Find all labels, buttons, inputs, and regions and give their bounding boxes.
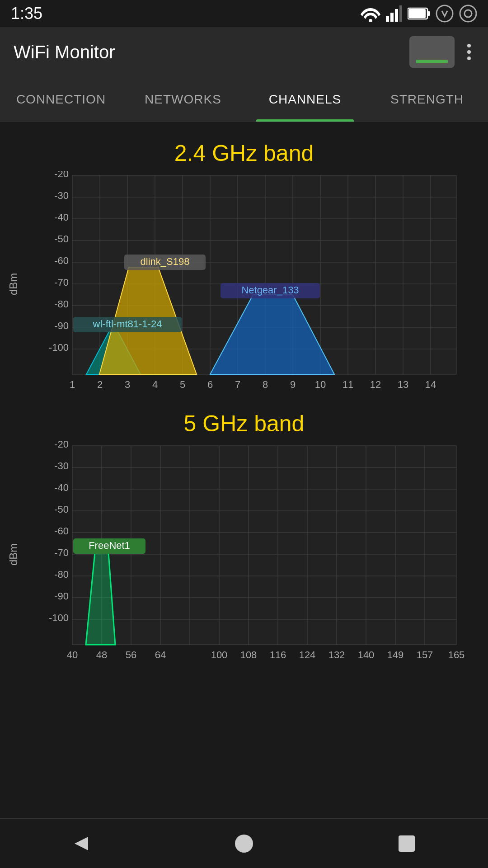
svg-text:140: 140 [358, 649, 375, 660]
svg-text:2: 2 [97, 379, 103, 390]
app-bar-actions [409, 36, 474, 68]
back-button[interactable] [63, 826, 99, 862]
tab-connection[interactable]: CONNECTION [0, 77, 122, 122]
svg-point-0 [369, 19, 372, 22]
svg-point-9 [460, 5, 476, 22]
svg-text:-70: -70 [54, 277, 69, 288]
svg-text:-50: -50 [54, 233, 69, 245]
recent-icon [397, 834, 417, 854]
screen-button[interactable] [409, 36, 455, 68]
svg-text:4: 4 [152, 379, 158, 390]
app-title: WiFi Monitor [14, 42, 115, 62]
tab-bar: CONNECTION NETWORKS CHANNELS STRENGTH [0, 77, 488, 122]
svg-text:56: 56 [126, 649, 136, 660]
svg-text:-60: -60 [54, 255, 69, 266]
svg-rect-109 [399, 835, 415, 852]
svg-text:-40: -40 [54, 212, 69, 223]
status-time: 1:35 [11, 4, 42, 23]
svg-rect-4 [399, 5, 402, 22]
svg-text:5: 5 [180, 379, 185, 390]
svg-text:-50: -50 [54, 504, 69, 515]
svg-text:12: 12 [370, 379, 381, 390]
svg-text:6: 6 [207, 379, 213, 390]
svg-rect-2 [390, 13, 394, 22]
band-5-section: 5 GHz band dBm [5, 410, 483, 667]
svg-text:10: 10 [315, 379, 326, 390]
svg-rect-1 [386, 16, 389, 22]
svg-text:165: 165 [448, 649, 465, 660]
tab-channels[interactable]: CHANNELS [244, 77, 366, 122]
wl-label-text: wl-ftl-mt81-1-24 [93, 318, 162, 330]
svg-point-10 [465, 10, 472, 17]
band-24-section: 2.4 GHz band dBm [5, 140, 483, 397]
bottom-nav [0, 818, 488, 868]
recent-button[interactable] [389, 826, 425, 862]
battery-icon [408, 7, 430, 20]
svg-rect-7 [408, 9, 426, 18]
band-5-chart-area: -20 -30 -40 -50 -60 -70 -80 -90 -100 40 … [23, 441, 483, 667]
app-icon-1 [436, 5, 454, 23]
svg-marker-107 [75, 837, 88, 850]
svg-text:40: 40 [67, 649, 78, 660]
svg-text:1: 1 [70, 379, 75, 390]
band-24-chart-container: dBm [5, 171, 483, 397]
svg-text:64: 64 [155, 649, 166, 660]
band-5-chart-svg: -20 -30 -40 -50 -60 -70 -80 -90 -100 40 … [23, 441, 483, 667]
tab-strength[interactable]: STRENGTH [366, 77, 488, 122]
svg-text:-30: -30 [54, 460, 69, 472]
status-bar: 1:35 [0, 0, 488, 27]
svg-text:-20: -20 [54, 441, 69, 450]
svg-text:3: 3 [125, 379, 130, 390]
tab-networks[interactable]: NETWORKS [122, 77, 244, 122]
svg-text:-30: -30 [54, 190, 69, 201]
svg-text:-100: -100 [49, 612, 69, 623]
screen-button-indicator [416, 60, 448, 63]
home-button[interactable] [226, 826, 262, 862]
band-5-chart-container: dBm [5, 441, 483, 667]
svg-text:7: 7 [235, 379, 240, 390]
svg-text:132: 132 [328, 649, 345, 660]
svg-text:14: 14 [425, 379, 436, 390]
svg-rect-6 [427, 11, 430, 16]
wifi-icon [361, 5, 380, 22]
svg-text:-80: -80 [54, 569, 69, 580]
band-24-chart-svg: -20 -30 -40 -50 -60 -70 -80 -90 -100 1 2… [23, 171, 483, 397]
netgear-label-text: Netgear_133 [241, 284, 299, 296]
svg-text:9: 9 [290, 379, 296, 390]
svg-text:-60: -60 [54, 525, 69, 537]
back-icon [70, 832, 93, 855]
svg-text:48: 48 [96, 649, 107, 660]
svg-point-8 [436, 5, 453, 22]
svg-point-108 [235, 835, 253, 853]
svg-text:-20: -20 [54, 171, 69, 179]
svg-text:157: 157 [417, 649, 433, 660]
app-icon-2 [459, 5, 477, 23]
svg-text:11: 11 [343, 379, 353, 390]
svg-text:-80: -80 [54, 298, 69, 310]
band-24-title: 2.4 GHz band [5, 140, 483, 166]
svg-text:-40: -40 [54, 482, 69, 493]
band-5-title: 5 GHz band [5, 410, 483, 437]
freenet-label-text: FreeNet1 [89, 540, 130, 551]
band-24-y-axis-label: dBm [5, 171, 23, 397]
signal-icon [386, 5, 402, 22]
svg-text:-90: -90 [54, 320, 69, 331]
svg-text:-100: -100 [49, 342, 69, 353]
svg-text:13: 13 [398, 379, 408, 390]
svg-text:-70: -70 [54, 547, 69, 558]
svg-rect-3 [395, 9, 398, 22]
svg-text:149: 149 [387, 649, 404, 660]
svg-text:100: 100 [211, 649, 228, 660]
band-24-chart-area: -20 -30 -40 -50 -60 -70 -80 -90 -100 1 2… [23, 171, 483, 397]
band-5-y-axis-label: dBm [5, 441, 23, 667]
main-content: 2.4 GHz band dBm [0, 122, 488, 690]
home-icon [233, 832, 255, 855]
more-menu-button[interactable] [464, 40, 474, 64]
svg-text:116: 116 [270, 649, 286, 660]
svg-text:8: 8 [263, 379, 268, 390]
svg-text:124: 124 [299, 649, 316, 660]
status-icons [361, 5, 477, 23]
dlink-label-text: dlink_S198 [141, 256, 190, 267]
svg-text:-90: -90 [54, 590, 69, 602]
svg-text:108: 108 [240, 649, 257, 660]
